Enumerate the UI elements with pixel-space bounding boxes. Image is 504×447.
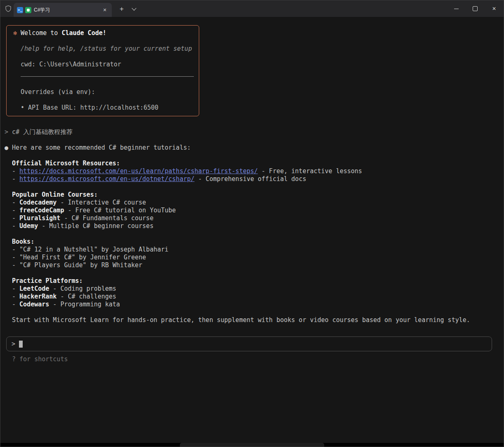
powershell-icon: >_: [17, 7, 23, 13]
taskbar-peek: [0, 443, 504, 447]
close-button[interactable]: ✕: [485, 0, 504, 17]
terminal-line: Start with Microsoft Learn for hands-on …: [12, 316, 499, 324]
response-intro: Here are some recommended C# beginner tu…: [12, 144, 499, 152]
terminal-line: - Codewars - Programming kata: [12, 301, 499, 308]
api-base-url-item: • API Base URL: http://localhost:6500: [21, 104, 194, 112]
tab-close-icon[interactable]: ✕: [101, 6, 108, 14]
plain-text: - "C# Players Guide" by RB Whitaker: [12, 261, 142, 269]
terminal-line: [12, 230, 499, 238]
terminal-line: - LeetCode - Coding problems: [12, 285, 499, 293]
terminal-line: Practice Platforms:: [12, 277, 499, 285]
plain-text: - C# Fundamentals course: [60, 214, 153, 222]
hyperlink[interactable]: https://docs.microsoft.com/en-us/learn/p…: [19, 167, 258, 175]
command-input[interactable]: >: [6, 336, 492, 351]
input-prompt-caret: >: [12, 340, 15, 348]
emphasized-text: LeetCode: [19, 285, 49, 292]
emphasized-text: Codecademy: [19, 199, 57, 206]
plain-text: Start with Microsoft Learn for hands-on …: [12, 316, 470, 324]
emphasized-text: HackerRank: [19, 293, 57, 300]
plain-text: -: [12, 207, 19, 214]
user-prompt-line: > c# 入门基础教程推荐: [5, 128, 499, 136]
plain-text: - "Head First C#" by Jennifer Greene: [12, 254, 146, 261]
window-controls: ✕: [447, 0, 504, 17]
plain-text: - Comprehensive official docs: [195, 175, 306, 183]
plain-text: - Free, interactive lessons: [258, 167, 362, 175]
tab-dropdown-button[interactable]: [129, 4, 139, 14]
maximize-icon: [473, 6, 478, 11]
terminal-line: - "Head First C#" by Jennifer Greene: [12, 254, 499, 261]
welcome-cwd-line: cwd: C:\Users\Administrator: [21, 61, 194, 68]
claude-star-icon: ✻: [13, 29, 17, 37]
terminal-line: - https://docs.microsoft.com/en-us/dotne…: [12, 175, 499, 183]
plain-text: -: [12, 175, 19, 183]
terminal-line: [12, 269, 499, 277]
titlebar: >_ C#学习 ✕ + ✕: [0, 0, 504, 17]
emphasized-text: Udemy: [19, 222, 38, 230]
plain-text: -: [12, 167, 19, 175]
emphasized-text: Books:: [12, 238, 34, 245]
terminal-line: Books:: [12, 238, 499, 246]
plain-text: - Multiple C# beginner courses: [38, 222, 153, 230]
terminal-line: - Pluralsight - C# Fundamentals course: [12, 214, 499, 222]
emphasized-text: Practice Platforms:: [12, 277, 83, 285]
plain-text: -: [12, 199, 19, 206]
emphasized-text: freeCodeCamp: [19, 207, 64, 214]
shield-icon: [5, 5, 12, 12]
plain-text: -: [12, 214, 19, 222]
welcome-box: ✻ Welcome to Claude Code! /help for help…: [6, 25, 199, 116]
welcome-divider: [21, 76, 194, 77]
terminal-line: - freeCodeCamp - Free C# tutorial on You…: [12, 207, 499, 214]
plain-text: -: [12, 222, 19, 230]
terminal-window: >_ C#学习 ✕ + ✕ ✻ Welcome to Claude Code! …: [0, 0, 504, 447]
taskbar-peek-handle: [180, 443, 324, 447]
plain-text: - "C# 12 in a Nutshell" by Joseph Albaha…: [12, 246, 168, 253]
terminal-line: - https://docs.microsoft.com/en-us/learn…: [12, 167, 499, 175]
overrides-label: Overrides (via env):: [21, 88, 194, 96]
assistant-response: ● Here are some recommended C# beginner …: [5, 144, 499, 324]
emphasized-text: Pluralsight: [19, 214, 60, 222]
terminal-line: Official Microsoft Resources:: [12, 160, 499, 167]
new-tab-button[interactable]: +: [117, 4, 127, 14]
plain-text: - C# challenges: [57, 293, 116, 300]
response-body: Official Microsoft Resources:- https://d…: [12, 160, 499, 324]
emphasized-text: Codewars: [19, 301, 49, 308]
plain-text: -: [12, 301, 19, 308]
plain-text: - Programming kata: [49, 301, 120, 308]
user-prompt-text: c# 入门基础教程推荐: [12, 128, 73, 136]
plain-text: -: [12, 293, 19, 300]
plain-text: - Interactive C# course: [57, 199, 146, 206]
terminal-line: - "C# 12 in a Nutshell" by Joseph Albaha…: [12, 246, 499, 254]
terminal-line: - Codecademy - Interactive C# course: [12, 199, 499, 207]
green-app-icon: [25, 7, 31, 13]
hyperlink[interactable]: https://docs.microsoft.com/en-us/dotnet/…: [19, 175, 194, 183]
terminal-line: [12, 308, 499, 316]
plain-text: - Coding problems: [49, 285, 116, 292]
welcome-help-line: /help for help, /status for your current…: [21, 45, 194, 53]
terminal-content: ✻ Welcome to Claude Code! /help for help…: [0, 17, 504, 363]
emphasized-text: Official Microsoft Resources:: [12, 160, 120, 167]
terminal-line: Popular Online Courses:: [12, 191, 499, 199]
prompt-caret: >: [5, 128, 12, 136]
tab-title: C#学习: [34, 7, 101, 14]
terminal-line: - HackerRank - C# challenges: [12, 293, 499, 301]
minimize-button[interactable]: [447, 0, 466, 17]
tab-csharp-study[interactable]: >_ C#学习 ✕: [14, 3, 112, 17]
maximize-button[interactable]: [466, 0, 485, 17]
plain-text: - Free C# tutorial on YouTube: [64, 207, 176, 214]
chevron-down-icon: [132, 6, 136, 10]
text-cursor: [19, 341, 23, 348]
response-bullet-icon: ●: [5, 144, 8, 152]
shortcuts-hint: ? for shortcuts: [12, 355, 499, 363]
plain-text: -: [12, 285, 19, 292]
minimize-icon: [454, 9, 459, 9]
terminal-line: - Udemy - Multiple C# beginner courses: [12, 222, 499, 230]
terminal-line: [12, 183, 499, 191]
welcome-title: ✻ Welcome to Claude Code!: [13, 29, 194, 37]
terminal-line: - "C# Players Guide" by RB Whitaker: [12, 261, 499, 269]
emphasized-text: Popular Online Courses:: [12, 191, 98, 198]
close-icon: ✕: [492, 6, 496, 12]
